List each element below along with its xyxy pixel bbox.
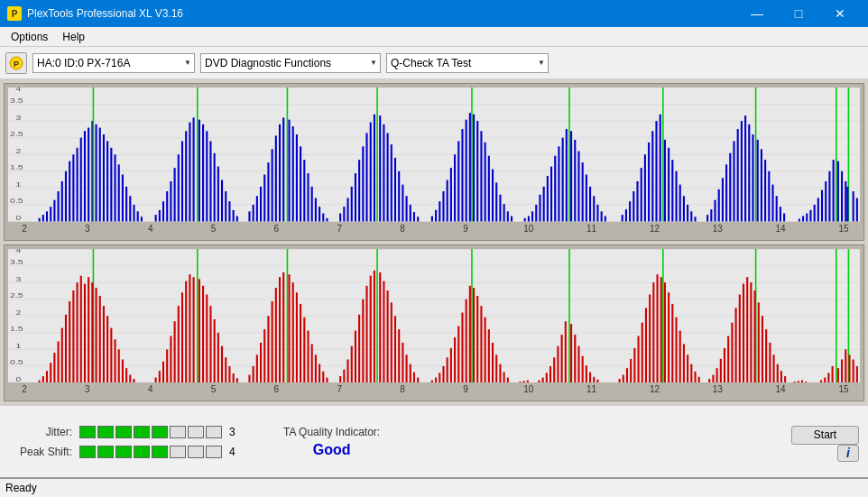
svg-rect-132 xyxy=(485,143,486,222)
svg-rect-175 xyxy=(664,140,666,222)
drive-select-wrapper[interactable]: HA:0 ID:0 PX-716A xyxy=(32,53,195,73)
svg-rect-252 xyxy=(69,300,70,382)
svg-text:3.5: 3.5 xyxy=(10,258,23,265)
svg-rect-66 xyxy=(214,153,216,222)
svg-rect-419 xyxy=(765,329,767,382)
svg-rect-141 xyxy=(528,216,530,222)
svg-rect-116 xyxy=(417,216,419,221)
jitter-bar-seg-7 xyxy=(188,426,204,438)
svg-text:4: 4 xyxy=(15,249,21,253)
svg-rect-70 xyxy=(228,201,230,221)
status-bar: Jitter: 3 Peak Shift: xyxy=(0,405,868,477)
svg-rect-100 xyxy=(358,160,360,221)
peak-shift-label: Peak Shift: xyxy=(9,446,72,458)
svg-rect-258 xyxy=(88,277,89,382)
svg-rect-348 xyxy=(469,285,471,382)
svg-rect-90 xyxy=(311,187,313,222)
svg-rect-186 xyxy=(710,209,712,221)
svg-rect-43 xyxy=(118,164,120,221)
svg-rect-267 xyxy=(122,359,124,382)
svg-rect-189 xyxy=(722,178,724,221)
svg-rect-32 xyxy=(80,138,82,222)
top-chart-x-labels: 2 3 4 5 6 7 8 9 10 11 12 13 14 15 xyxy=(8,224,860,238)
svg-rect-300 xyxy=(272,300,273,382)
svg-rect-293 xyxy=(236,378,238,382)
svg-rect-342 xyxy=(447,357,448,382)
svg-rect-256 xyxy=(84,283,86,382)
svg-rect-154 xyxy=(574,140,576,222)
maximize-button[interactable]: □ xyxy=(778,0,819,27)
svg-rect-86 xyxy=(296,134,298,222)
minimize-button[interactable]: — xyxy=(736,0,778,27)
svg-rect-161 xyxy=(601,211,603,221)
ps-bar-seg-5 xyxy=(152,446,168,458)
drive-select[interactable]: HA:0 ID:0 PX-716A xyxy=(32,53,195,73)
svg-rect-409 xyxy=(731,322,733,382)
svg-rect-290 xyxy=(225,357,226,382)
svg-rect-120 xyxy=(442,191,444,221)
svg-rect-387 xyxy=(645,308,647,382)
svg-rect-279 xyxy=(185,281,187,382)
svg-rect-270 xyxy=(133,379,134,382)
svg-rect-320 xyxy=(355,330,356,382)
svg-rect-345 xyxy=(457,326,459,382)
svg-rect-48 xyxy=(137,211,139,221)
jitter-bar-seg-2 xyxy=(97,426,114,438)
svg-rect-38 xyxy=(99,128,101,222)
svg-rect-366 xyxy=(549,365,551,382)
svg-rect-273 xyxy=(162,361,164,382)
svg-rect-67 xyxy=(217,167,219,222)
svg-rect-356 xyxy=(495,354,497,382)
top-chart: 0 0.5 1 1.5 2 2.5 3 3.5 4 xyxy=(8,87,860,222)
test-select-wrapper[interactable]: Q-Check TA Test xyxy=(386,53,549,73)
info-button[interactable]: i xyxy=(837,445,859,462)
svg-rect-101 xyxy=(362,146,364,221)
metrics-section: Jitter: 3 Peak Shift: xyxy=(9,426,247,458)
svg-text:2.5: 2.5 xyxy=(10,291,23,299)
close-button[interactable]: ✕ xyxy=(819,0,861,27)
svg-rect-25 xyxy=(53,200,55,222)
svg-rect-364 xyxy=(542,377,544,382)
svg-rect-169 xyxy=(644,154,646,221)
svg-rect-121 xyxy=(447,179,448,221)
svg-rect-315 xyxy=(326,377,328,382)
svg-rect-108 xyxy=(387,133,389,221)
svg-rect-172 xyxy=(655,121,657,221)
svg-rect-28 xyxy=(65,171,67,222)
function-select[interactable]: DVD Diagnostic Functions xyxy=(200,53,381,73)
svg-rect-397 xyxy=(679,330,681,382)
svg-rect-310 xyxy=(307,330,309,382)
svg-rect-153 xyxy=(570,131,572,221)
start-button[interactable]: Start xyxy=(791,426,859,446)
svg-rect-177 xyxy=(671,160,673,221)
function-select-wrapper[interactable]: DVD Diagnostic Functions xyxy=(200,53,381,73)
jitter-bar-seg-8 xyxy=(206,426,222,438)
svg-rect-336 xyxy=(413,372,415,382)
menu-options[interactable]: Options xyxy=(4,29,55,45)
svg-rect-317 xyxy=(343,369,345,382)
svg-rect-248 xyxy=(53,353,55,382)
svg-rect-137 xyxy=(503,204,505,221)
svg-rect-289 xyxy=(221,345,223,382)
menu-help[interactable]: Help xyxy=(55,29,92,45)
svg-rect-390 xyxy=(656,274,658,382)
svg-rect-388 xyxy=(649,294,651,382)
svg-rect-185 xyxy=(706,215,708,221)
svg-rect-306 xyxy=(292,282,294,382)
svg-rect-261 xyxy=(99,295,101,382)
svg-text:2: 2 xyxy=(15,308,21,316)
svg-rect-80 xyxy=(275,135,277,221)
svg-rect-386 xyxy=(642,322,643,382)
svg-rect-117 xyxy=(431,216,433,222)
toolbar-icon-btn[interactable]: P xyxy=(5,52,27,74)
svg-rect-382 xyxy=(626,368,628,382)
svg-rect-344 xyxy=(454,337,456,382)
svg-rect-251 xyxy=(65,314,67,382)
svg-rect-355 xyxy=(492,342,494,382)
svg-rect-22 xyxy=(42,215,44,221)
svg-rect-392 xyxy=(660,277,662,382)
svg-text:2.5: 2.5 xyxy=(10,131,23,138)
svg-rect-173 xyxy=(660,115,661,222)
svg-rect-156 xyxy=(582,162,584,221)
test-select[interactable]: Q-Check TA Test xyxy=(386,53,549,73)
